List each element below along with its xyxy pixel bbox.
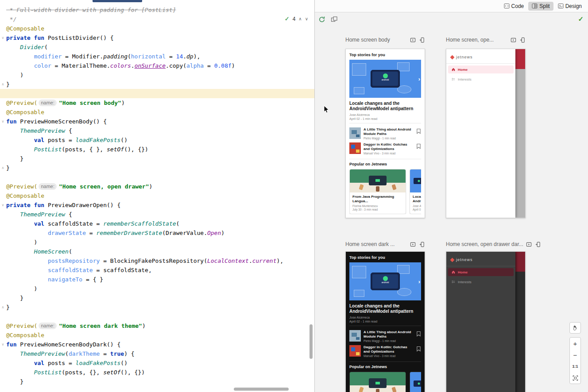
inspections-ok-icon: ✓ — [285, 15, 290, 22]
drawer-item-home: Home — [448, 268, 514, 276]
jetnews-logo: jetnews — [446, 252, 515, 266]
gutter-row — [0, 154, 6, 163]
interactive-mode-icon[interactable] — [511, 37, 516, 43]
preview-card-header-3: Home screen dark ... — [345, 241, 425, 248]
prev-issue-icon[interactable]: ∧ — [298, 16, 302, 21]
gutter-row — [0, 70, 6, 80]
editor-tab-indicator[interactable] — [93, 0, 142, 2]
gutter-row — [0, 135, 6, 145]
post-thumbnail — [349, 345, 361, 357]
view-mode-design-button[interactable]: Design — [554, 2, 585, 11]
deploy-to-device-icon[interactable] — [419, 37, 425, 43]
code-line: Divider( — [6, 42, 314, 52]
editor-vertical-scrollbar[interactable] — [309, 324, 313, 359]
gutter-row — [0, 219, 6, 228]
interests-list-icon — [452, 77, 455, 81]
code-line: postsRepository = BlockingFakePostsRepos… — [6, 256, 314, 265]
code-lines: * Full-width divider with padding for [P… — [6, 5, 314, 386]
gutter-row — [0, 293, 6, 303]
gutter-row — [0, 24, 6, 33]
popular-card-clipped — [410, 372, 421, 392]
android-phone-illustration: android — [371, 273, 400, 290]
gutter-row — [0, 238, 6, 247]
deploy-to-device-icon[interactable] — [535, 242, 541, 247]
gutter-row — [0, 321, 6, 331]
build-refresh-icon[interactable] — [318, 16, 325, 23]
fold-toggle-icon[interactable]: ∨ — [0, 200, 6, 210]
design-view-icon — [558, 3, 564, 9]
fold-toggle-icon[interactable]: ∨ — [0, 340, 6, 349]
fold-toggle-icon[interactable]: ∨ — [0, 33, 6, 42]
code-line: * Full-width divider with padding for [P… — [6, 5, 314, 15]
gutter-row — [0, 108, 6, 117]
code-view-icon — [504, 3, 510, 9]
preview-card-home-light[interactable]: Top stories for you android › Locale cha… — [345, 49, 425, 218]
zoom-in-button[interactable]: + — [570, 338, 580, 349]
preview-card-drawer-light[interactable]: jetnews Home Interests — [446, 49, 526, 218]
bookmark-icon — [416, 128, 421, 134]
jetnews-drawer-preview: jetnews Home Interests — [446, 49, 525, 218]
view-mode-split-button[interactable]: Split — [528, 2, 553, 11]
gutter-row — [0, 377, 6, 386]
bookmark-icon — [416, 346, 421, 352]
gutter-row — [0, 368, 6, 377]
gutter-row — [0, 5, 6, 15]
gutter-row — [0, 358, 6, 368]
code-editor[interactable]: ∨∧∨∧∨∧∨ * Full-width divider with paddin… — [0, 0, 314, 392]
interactive-mode-icon[interactable] — [410, 242, 416, 247]
deploy-to-device-icon[interactable] — [419, 242, 425, 247]
fold-toggle-icon[interactable]: ∧ — [0, 303, 6, 312]
preview-card-home-dark[interactable]: Top stories for you android › Locale cha… — [345, 251, 425, 392]
code-line: @Composable — [6, 331, 314, 340]
editor-horizontal-scrollbar[interactable] — [234, 388, 289, 391]
next-issue-icon[interactable]: ∨ — [305, 16, 308, 21]
code-line: navigateTo = { } — [6, 275, 314, 284]
hero-post-title: Locale changes and the AndroidViewModel … — [349, 101, 421, 111]
post-thumbnail — [349, 330, 361, 342]
code-line: val posts = loadFakePosts() — [6, 135, 314, 145]
fold-toggle-icon[interactable]: ∧ — [0, 163, 6, 173]
pan-button[interactable] — [569, 322, 581, 334]
code-line: val scaffoldState = rememberScaffoldStat… — [6, 219, 314, 228]
bookmark-icon — [416, 143, 421, 149]
code-line: ThemedPreview(darkTheme = true) { — [6, 349, 314, 358]
zoom-out-button[interactable]: − — [570, 349, 580, 361]
preview-card-drawer-dark[interactable]: jetnews Home Interests — [446, 251, 526, 392]
gutter-row — [0, 275, 6, 284]
zoom-actual-size-button[interactable]: 1:1 — [570, 361, 580, 372]
gutter-row — [0, 228, 6, 238]
popular-card-image — [350, 372, 406, 392]
preview-card-header-2: Home screen, ope... — [446, 36, 526, 43]
fold-toggle-icon[interactable]: ∧ — [0, 80, 6, 89]
gutter-row — [0, 126, 6, 135]
jetnews-home-preview-dark: Top stories for you android › Locale cha… — [346, 252, 425, 392]
build-status-check-icon: ✓ — [578, 15, 584, 23]
deploy-to-device-icon[interactable] — [520, 37, 526, 43]
view-mode-bar: Code Split Design — [315, 0, 588, 12]
gutter-row — [0, 284, 6, 293]
inspections-widget[interactable]: ✓4 ∧ ∨ — [285, 15, 308, 22]
home-icon — [452, 68, 455, 71]
hero-post-meta: April 02 - 1 min read — [349, 117, 421, 120]
popular-cards-row: From Java Programming Langua... Florina … — [349, 372, 421, 392]
interactive-mode-icon[interactable] — [526, 242, 532, 247]
code-line: color = MaterialTheme.colors.onSurface.c… — [6, 61, 314, 70]
interactive-mode-icon[interactable] — [410, 37, 416, 43]
code-line: fun PreviewHomeScreenBodyDark() { — [6, 340, 314, 349]
hero-post-image: android › — [349, 60, 421, 98]
preview-layout-icon[interactable] — [331, 16, 338, 23]
drawer-item-interests: Interests — [448, 278, 514, 286]
gutter-row — [0, 210, 6, 219]
code-line — [6, 312, 314, 321]
preview-card-title: Home screen body — [345, 37, 407, 43]
code-line: } — [6, 303, 314, 312]
gutter-row — [0, 173, 6, 182]
jetnews-logo-icon — [450, 257, 455, 262]
zoom-to-fit-button[interactable] — [570, 372, 580, 384]
drawer-sheet: jetnews Home Interests — [446, 49, 515, 218]
android-phone-illustration: android — [371, 70, 400, 88]
fold-toggle-icon[interactable]: ∨ — [0, 117, 6, 126]
code-line: ) — [6, 70, 314, 80]
inspections-count: 4 — [293, 16, 296, 22]
view-mode-code-button[interactable]: Code — [500, 2, 528, 11]
